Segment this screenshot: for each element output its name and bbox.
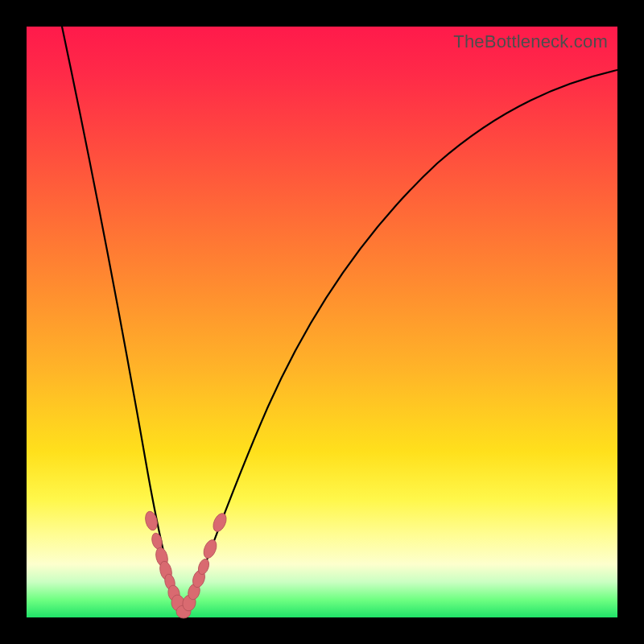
beads-group: [143, 510, 229, 618]
bead: [151, 532, 163, 550]
bead: [143, 510, 159, 532]
curves-svg: [27, 27, 617, 617]
bead: [201, 538, 219, 559]
bead: [211, 511, 229, 534]
left-curve: [62, 27, 184, 613]
plot-area: TheBottleneck.com: [27, 27, 617, 617]
chart-frame: TheBottleneck.com: [0, 0, 644, 644]
right-curve: [184, 70, 617, 613]
